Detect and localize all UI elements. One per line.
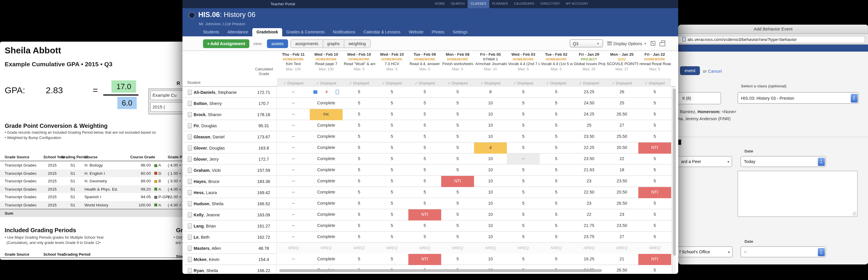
assignment-displayed-toggle[interactable]: ✓ Displayed <box>310 79 343 87</box>
grade-cell[interactable]: 5 <box>408 131 441 142</box>
grade-cell[interactable]: 10 <box>474 109 507 120</box>
grade-cell[interactable]: 20.50 <box>606 142 638 153</box>
print-icon[interactable] <box>659 42 665 46</box>
grade-cell[interactable]: -- <box>277 231 310 243</box>
grade-cell[interactable]: 5 <box>540 109 572 120</box>
grade-cell[interactable]: 5 <box>507 98 540 109</box>
grade-cell[interactable]: 5 <box>540 120 572 131</box>
grade-cell[interactable]: 5 <box>507 164 540 176</box>
grade-cell[interactable]: 5 <box>375 220 408 231</box>
grade-cell[interactable]: NREQ <box>408 243 441 254</box>
grade-cell[interactable]: 5 <box>408 120 441 131</box>
tab-students[interactable]: Students <box>199 28 223 36</box>
grade-cell[interactable]: NREQ <box>606 243 638 254</box>
report-type-select[interactable]: Example Cu <box>150 90 182 100</box>
grade-cell[interactable]: -- <box>277 142 310 153</box>
note-icon-cell[interactable] <box>186 201 194 206</box>
grade-cell[interactable]: 5 <box>540 87 572 98</box>
assignment-displayed-toggle[interactable]: ✓ Displayed <box>408 79 441 87</box>
grade-cell[interactable]: 5 <box>507 120 540 131</box>
grade-cell[interactable]: 5 <box>540 142 572 153</box>
grade-cell-flagged[interactable]: 4 <box>310 87 343 98</box>
grade-cell[interactable]: 23.50 <box>572 153 606 164</box>
fullscreen-icon[interactable] <box>651 41 655 46</box>
grade-cell[interactable]: Complete <box>310 131 343 142</box>
grade-cell[interactable]: 5 <box>408 109 441 120</box>
grade-cell[interactable]: 5 <box>540 209 572 220</box>
grade-cell[interactable]: -- <box>277 87 310 98</box>
grade-cell[interactable]: 5 <box>441 142 474 153</box>
grade-cell[interactable]: -- <box>277 254 310 265</box>
assignment-column-header[interactable]: Fri - Jan 29PROJECTGlobal Issues ProjeMa… <box>572 51 606 87</box>
grade-cell[interactable]: 5 <box>441 231 474 243</box>
grade-cell[interactable]: 5 <box>441 220 474 231</box>
assignment-column-header[interactable]: Tue - Feb 02HOMEWORKVocab 4.4 (1st 5 wcM… <box>540 51 572 87</box>
assignment-column-header[interactable]: Wed - Feb 10HOMEWORKRead page 7Max: 100✓… <box>310 51 343 87</box>
grade-cell[interactable]: Complete <box>310 153 343 164</box>
grade-cell[interactable]: 5 <box>441 120 474 131</box>
student-name[interactable]: Fir, Douglas <box>194 123 251 128</box>
grade-cell[interactable]: -- <box>277 220 310 231</box>
grade-cell[interactable]: 10 <box>474 98 507 109</box>
student-field-fragment[interactable]: tt (8) <box>678 92 721 104</box>
tab-website[interactable]: Website <box>405 28 427 36</box>
grade-cell[interactable]: 5 <box>638 265 671 274</box>
grade-cell[interactable]: 26.50 <box>606 265 638 274</box>
grade-cell[interactable]: 10 <box>474 254 507 265</box>
grade-cell[interactable]: 5 <box>408 198 441 209</box>
grade-cell[interactable]: 5 <box>507 142 540 153</box>
grade-cell[interactable]: 5 <box>343 254 375 265</box>
grade-cell[interactable]: 5 <box>343 109 375 120</box>
grade-cell[interactable]: 5 <box>441 254 474 265</box>
note-icon-cell[interactable] <box>186 112 194 117</box>
topbar-link-directory[interactable]: DIRECTORY <box>537 0 563 8</box>
grade-cell[interactable]: 5 <box>375 254 408 265</box>
view-scores-button[interactable]: scores <box>267 39 288 48</box>
grade-cell[interactable]: 25.50 <box>606 131 638 142</box>
grade-cell[interactable]: 10 <box>474 209 507 220</box>
grade-cell[interactable]: 5 <box>343 98 375 109</box>
grade-cell[interactable]: 5 <box>540 231 572 243</box>
view-graphs-button[interactable]: graphs <box>323 39 344 48</box>
grade-cell[interactable]: 5 <box>540 187 572 198</box>
grade-cell[interactable]: 5 <box>375 176 408 187</box>
note-icon-cell[interactable] <box>186 89 194 95</box>
grade-cell[interactable]: 5 <box>507 231 540 243</box>
grade-cell[interactable]: 5 <box>343 198 375 209</box>
student-name[interactable]: Ali-Daniels, Stephanie <box>194 89 251 95</box>
student-name[interactable]: Hess, Laura <box>194 190 251 195</box>
grade-cell[interactable]: 10 <box>474 220 507 231</box>
grade-cell[interactable]: -- <box>277 109 310 120</box>
grade-cell[interactable]: 25 <box>606 98 638 109</box>
grade-cell[interactable]: 5 <box>375 164 408 176</box>
student-name[interactable]: Glover, Jerry <box>194 156 251 161</box>
url-field[interactable]: als.veracross.com/vcdemo3/behavior/new?t… <box>678 35 865 43</box>
grade-cell[interactable]: 5 <box>408 220 441 231</box>
note-icon-cell[interactable] <box>186 145 194 150</box>
grade-cell[interactable]: 27 <box>606 231 638 243</box>
grade-cell[interactable]: 5 <box>507 254 540 265</box>
grade-cell[interactable]: -- <box>277 198 310 209</box>
description-textarea[interactable] <box>738 170 858 217</box>
grade-cell[interactable]: 5 <box>441 87 474 98</box>
grade-cell[interactable]: 5 <box>638 164 671 176</box>
student-name[interactable]: Gleason, Daniel <box>194 134 251 139</box>
assignment-displayed-toggle[interactable]: ✓ Displayed <box>474 79 507 87</box>
assignment-displayed-toggle[interactable]: ✓ Displayed <box>343 79 375 87</box>
assignment-displayed-toggle[interactable]: ✓ Displayed <box>572 79 606 87</box>
grade-cell[interactable]: 5 <box>375 231 408 243</box>
grade-cell[interactable]: Complete <box>310 164 343 176</box>
grade-cell[interactable]: Complete <box>310 120 343 131</box>
view-assignments-button[interactable]: assignments <box>291 39 323 48</box>
student-name[interactable]: Mckee, Kevin <box>194 256 251 262</box>
grade-cell[interactable]: -- <box>277 153 310 164</box>
grade-cell[interactable]: 5 <box>441 98 474 109</box>
grade-cell[interactable]: 5 <box>408 153 441 164</box>
topbar-link-home[interactable]: HOME <box>432 0 448 8</box>
grade-cell[interactable]: 5 <box>540 254 572 265</box>
student-name[interactable]: Glover, Douglas <box>194 145 251 150</box>
grade-cell[interactable]: 5 <box>441 198 474 209</box>
grade-cell[interactable]: 5 <box>375 98 408 109</box>
assignment-column-header[interactable]: Wed - Feb 03HOMEWORKVocab 4.4 (2nd 7 wMa… <box>507 51 540 87</box>
vertical-scrollbar-thumb[interactable] <box>673 89 676 256</box>
